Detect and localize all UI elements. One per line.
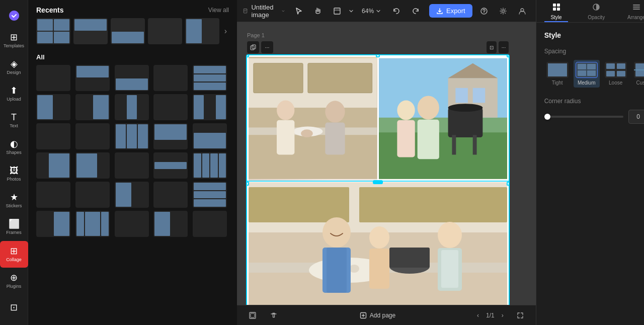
page-layout-btn[interactable] [330, 4, 345, 19]
page-action-right-1[interactable]: ⊡ [487, 41, 497, 53]
recents-scroll-right[interactable]: › [222, 18, 229, 44]
sidebar-item-design[interactable]: ◈ Design [0, 54, 28, 80]
corner-value[interactable]: 0 [628, 110, 644, 124]
redo-btn[interactable] [408, 4, 423, 19]
collage-template-29[interactable] [153, 211, 188, 237]
tab-arrange[interactable]: Arrange [616, 0, 644, 22]
sidebar-item-plugins[interactable]: ⊕ Plugins [0, 268, 28, 294]
collage-template-10[interactable] [193, 94, 227, 120]
canvas-frame[interactable]: ↺ [247, 55, 509, 305]
spacing-tight[interactable]: Tight [544, 60, 571, 88]
collage-template-13[interactable] [115, 123, 149, 149]
page-next-btn[interactable]: › [499, 311, 507, 320]
sidebar-item-text[interactable]: T Text [0, 107, 28, 134]
page-copy-btn[interactable] [247, 41, 259, 53]
undo-btn[interactable] [389, 4, 404, 19]
handle-mid-right[interactable] [507, 182, 509, 186]
sidebar-item-templates[interactable]: ⊞ Templates [0, 27, 28, 54]
tab-opacity[interactable]: Opacity [576, 0, 616, 22]
add-page-button[interactable]: Add page [355, 310, 400, 321]
doc-name[interactable]: Untitled image [243, 4, 285, 19]
recent-thumb-1[interactable] [36, 18, 70, 44]
handle-mid-left[interactable] [247, 182, 249, 186]
recent-thumb-5[interactable] [185, 18, 219, 44]
collage-template-7[interactable] [75, 94, 110, 120]
brand-logo[interactable] [0, 4, 28, 27]
page-action-right-2[interactable]: ··· [499, 41, 509, 53]
tab-style[interactable]: Style [536, 0, 577, 22]
handle-top-mid[interactable] [376, 55, 380, 57]
spacing-loose[interactable]: Loose [603, 60, 629, 88]
collage-template-18[interactable] [115, 152, 149, 179]
export-button[interactable]: Export [429, 4, 472, 18]
recent-thumb-4[interactable] [148, 18, 182, 44]
sidebar-item-shapes[interactable]: ◐ Shapes [0, 134, 28, 160]
collage-template-11[interactable] [36, 123, 70, 149]
collage-template-12[interactable] [75, 123, 110, 149]
collage-template-21[interactable] [36, 182, 70, 208]
collage-template-8[interactable] [115, 94, 149, 120]
page-prev-btn[interactable]: ‹ [474, 311, 482, 320]
svg-point-49 [369, 226, 389, 249]
hand-tool-btn[interactable] [310, 4, 326, 19]
bottom-frame-btn[interactable] [245, 308, 260, 323]
svg-rect-30 [472, 135, 476, 154]
collage-template-24[interactable] [153, 182, 188, 208]
zoom-selector[interactable]: 64% [358, 6, 385, 17]
collage-template-30[interactable] [193, 211, 227, 237]
select-tool-btn[interactable] [291, 4, 306, 19]
spacing-medium[interactable]: Medium [574, 60, 600, 88]
collage-template-26[interactable] [36, 211, 70, 237]
recent-thumb-3[interactable] [111, 18, 145, 44]
handle-top-right[interactable] [507, 55, 509, 57]
collage-template-9[interactable] [153, 94, 188, 120]
collage-template-25[interactable] [193, 182, 227, 208]
stickers-icon: ★ [10, 193, 18, 202]
collage-template-14[interactable] [153, 123, 188, 149]
user-btn[interactable] [515, 4, 530, 19]
fullscreen-btn[interactable] [513, 308, 528, 323]
sidebar-item-photos[interactable]: 🖼 Photos [0, 160, 28, 187]
collage-template-17[interactable] [75, 152, 110, 179]
document-title: Untitled image [251, 4, 278, 19]
collage-template-22[interactable] [75, 182, 110, 208]
recents-row: › [28, 18, 237, 50]
collage-template-20[interactable] [193, 152, 227, 179]
recent-thumb-2[interactable] [73, 18, 108, 44]
sidebar-item-stickers[interactable]: ★ Stickers [0, 187, 28, 214]
custom-icon [634, 62, 644, 78]
svg-rect-50 [369, 249, 389, 289]
corner-slider[interactable] [544, 116, 623, 118]
collage-template-2[interactable] [75, 65, 110, 91]
divider-handle[interactable] [373, 180, 383, 184]
collage-template-4[interactable] [153, 65, 188, 91]
svg-rect-63 [633, 7, 640, 8]
view-all-link[interactable]: View all [208, 7, 229, 14]
slider-thumb[interactable] [544, 114, 550, 120]
collage-template-16[interactable] [36, 152, 70, 179]
collage-template-27[interactable] [75, 211, 110, 237]
collage-template-5[interactable] [193, 65, 227, 91]
sidebar-item-more[interactable]: ⊡ [0, 294, 28, 321]
tight-label: Tight [552, 80, 563, 86]
collage-template-23[interactable] [115, 182, 149, 208]
collage-template-6[interactable] [36, 94, 70, 120]
help-btn[interactable] [476, 4, 492, 19]
collage-template-3[interactable] [115, 65, 149, 91]
spacing-custom[interactable]: Custom [632, 60, 644, 88]
collage-template-28[interactable] [115, 211, 149, 237]
handle-top-left[interactable] [247, 55, 249, 57]
settings-btn[interactable] [496, 4, 511, 19]
page-menu-btn[interactable]: ··· [261, 41, 273, 53]
bottom-delete-btn[interactable] [266, 308, 281, 323]
collage-template-15[interactable] [193, 123, 227, 149]
page-navigation: ‹ 1/1 › [474, 311, 507, 320]
sidebar-item-frames[interactable]: ⬜ Frames [0, 214, 28, 240]
svg-rect-55 [251, 313, 255, 317]
sidebar-item-collage[interactable]: ⊞ Collage [0, 241, 28, 268]
collage-template-1[interactable] [36, 65, 70, 91]
collage-grid-container [28, 65, 237, 325]
collage-template-19[interactable] [153, 152, 188, 179]
sidebar-item-upload[interactable]: ⬆ Upload [0, 80, 28, 107]
page-container: Page 1 ··· ⊡ ··· [247, 32, 509, 305]
